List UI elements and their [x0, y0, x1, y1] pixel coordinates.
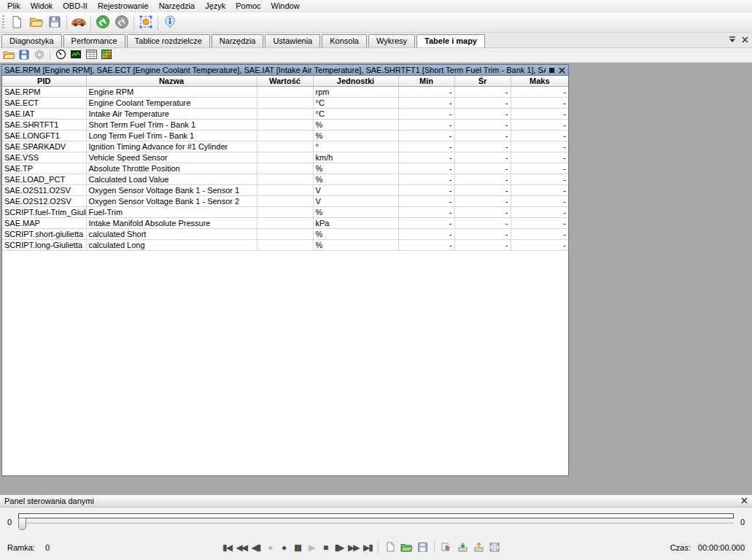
table-row-Absolute Throttle Position[interactable]: SAE.TP Absolute Throttle Position % - - … — [2, 163, 568, 174]
table-row-Long Term Fuel Trim - Bank 1[interactable]: SAE.LONGFT1 Long Term Fuel Trim - Bank 1… — [2, 130, 568, 141]
toolbar-grip[interactable] — [2, 15, 4, 30]
graph-view-button[interactable] — [69, 49, 83, 62]
table-row-Intake Manifold Absolute Pressure[interactable]: SAE.MAP Intake Manifold Absolute Pressur… — [2, 217, 568, 228]
table-row-Vehicle Speed Sensor[interactable]: SAE.VSS Vehicle Speed Sensor km/h - - - — [2, 152, 568, 163]
map-view-button[interactable] — [99, 49, 114, 62]
table-row-Short Term Fuel Trim - Bank 1[interactable]: SAE.SHRTFT1 Short Term Fuel Trim - Bank … — [2, 119, 568, 130]
playback-pause[interactable]: ▮▮ — [291, 541, 303, 554]
playback-stop[interactable]: ■ — [319, 541, 331, 554]
column-header-maks[interactable]: Maks — [511, 76, 568, 86]
cell-max: - — [511, 195, 568, 206]
playback-rewind[interactable]: ◀◀ — [235, 541, 248, 554]
vehicle-settings-button[interactable] — [69, 14, 88, 31]
table-row-calculated Short[interactable]: SCRIPT.short-giulietta calculated Short … — [2, 228, 568, 239]
column-header-warto[interactable]: Wartość — [257, 76, 313, 86]
disconnect-button[interactable] — [112, 14, 131, 31]
panel-close-icon[interactable] — [741, 497, 748, 505]
window-close-icon[interactable] — [557, 66, 566, 74]
save-log-button[interactable] — [415, 541, 430, 554]
table-row-Intake Air Temperature[interactable]: SAE.IAT Intake Air Temperature °C - - - — [2, 108, 568, 119]
table-row-Calculated Load Value[interactable]: SAE.LOAD_PCT Calculated Load Value % - -… — [2, 174, 568, 184]
cell-avg: - — [454, 174, 511, 184]
tab-list-dropdown-icon[interactable] — [729, 36, 736, 44]
timeline-end-value: 0 — [739, 518, 746, 526]
menu-item-rejestrowanie[interactable]: Rejestrowanie — [93, 1, 154, 12]
menu-item-obd-ii[interactable]: OBD-II — [58, 1, 93, 12]
cell-name: Short Term Fuel Trim - Bank 1 — [86, 119, 257, 130]
tab-wykresy[interactable]: Wykresy — [368, 34, 415, 47]
open-log-button[interactable] — [399, 541, 414, 554]
gauge-view-button[interactable] — [53, 49, 68, 62]
info-button[interactable] — [160, 14, 179, 31]
annotate-button[interactable] — [439, 541, 454, 554]
table-row-Fuel-Trim[interactable]: SCRIPT.fuel-Trim_Giulietta Fuel-Trim % -… — [2, 206, 568, 217]
time-value: 00:00:00.000 — [698, 543, 745, 552]
playback-play[interactable]: ▶ — [305, 541, 317, 554]
window-titlebar[interactable]: SAE.RPM [Engine RPM], SAE.ECT [Engine Co… — [2, 65, 568, 76]
menu-item-pomoc[interactable]: Pomoc — [230, 1, 265, 12]
tab-tablice-rozdzielcze[interactable]: Tablice rozdzielcze — [127, 34, 210, 47]
tab-close-icon[interactable] — [742, 36, 748, 44]
cell-pid: SAE.RPM — [2, 86, 86, 97]
column-header-nazwa[interactable]: Nazwa — [86, 76, 257, 86]
cell-max: - — [511, 228, 568, 239]
playback-skip-start[interactable]: ▮◀ — [221, 541, 233, 554]
playback-fast-forward[interactable]: ▶▶ — [346, 541, 360, 554]
timeline-slider-thumb[interactable] — [18, 518, 26, 530]
open-file-button[interactable] — [26, 14, 45, 31]
cell-min: - — [398, 97, 454, 108]
import-arrow-icon — [458, 542, 468, 553]
cell-max: - — [511, 239, 568, 250]
table-row-Oxygen Sensor Voltage Bank 1 - Sensor 2[interactable]: SAE.O2S12.O2SV Oxygen Sensor Voltage Ban… — [2, 195, 568, 206]
table-row-Engine RPM[interactable]: SAE.RPM Engine RPM rpm - - - — [2, 86, 568, 97]
tab-narzedzia[interactable]: Narzędzia — [212, 34, 264, 47]
menu-item-narz-dzia[interactable]: Narzędzia — [154, 1, 201, 12]
table-row-Engine Coolant Temperature[interactable]: SAE.ECT Engine Coolant Temperature °C - … — [2, 97, 568, 108]
window-restore-icon[interactable] — [547, 66, 556, 74]
open-view-button[interactable] — [1, 49, 16, 62]
cell-name: Long Term Fuel Trim - Bank 1 — [86, 130, 257, 141]
column-header-r[interactable]: Śr — [454, 76, 511, 86]
tab-ustawienia[interactable]: Ustawienia — [265, 34, 320, 47]
menu-item-widok[interactable]: Widok — [26, 1, 58, 12]
new-file-button[interactable] — [7, 14, 26, 31]
menu-item-window[interactable]: Window — [266, 1, 305, 12]
cell-max: - — [511, 141, 568, 152]
tab-diagnostyka[interactable]: Diagnostyka — [1, 34, 62, 47]
table-view-button[interactable] — [84, 49, 98, 62]
snapshot-grid-button[interactable] — [487, 541, 502, 554]
save-view-button[interactable] — [17, 49, 31, 62]
column-header-min[interactable]: Min — [398, 76, 454, 86]
timeline-slider[interactable] — [18, 513, 734, 532]
cell-value — [257, 206, 313, 217]
menu-item-j-zyk[interactable]: Język — [200, 1, 230, 12]
playback-skip-end[interactable]: ▶▮ — [361, 541, 373, 554]
playback-record-standby[interactable]: ● — [263, 541, 276, 554]
cell-pid: SAE.TP — [2, 163, 86, 174]
export-icon — [34, 50, 44, 61]
import-data-button[interactable] — [455, 541, 470, 554]
column-header-jednostki[interactable]: Jednostki — [313, 76, 398, 86]
cell-value — [257, 195, 313, 206]
cell-pid: SAE.SPARKADV — [2, 141, 86, 152]
cell-units: % — [313, 206, 398, 217]
menu-bar: PlikWidokOBD-IIRejestrowanieNarzędziaJęz… — [0, 0, 752, 12]
protocol-select-button[interactable] — [136, 14, 155, 31]
table-row-calculated Long[interactable]: SCRIPT.long-Giulietta calculated Long % … — [2, 239, 568, 250]
export-data-button[interactable] — [471, 541, 486, 554]
save-file-button[interactable] — [45, 14, 64, 31]
playback-step-forward[interactable]: ▮▶ — [333, 541, 345, 554]
table-row-Ignition Timing Advance for #1 Cylinder[interactable]: SAE.SPARKADV Ignition Timing Advance for… — [2, 141, 568, 152]
table-row-Oxygen Sensor Voltage Bank 1 - Sensor 1[interactable]: SAE.O2S11.O2SV Oxygen Sensor Voltage Ban… — [2, 184, 568, 195]
menu-item-plik[interactable]: Plik — [2, 1, 26, 12]
playback-step-back[interactable]: ◀▮ — [249, 541, 262, 554]
tab-performance[interactable]: Performance — [63, 34, 125, 47]
car-icon — [71, 16, 87, 29]
tab-tabele-i-mapy[interactable]: Tabele i mapy — [416, 34, 485, 47]
playback-record[interactable]: ● — [277, 541, 290, 554]
export-view-button[interactable] — [32, 49, 47, 62]
new-log-button[interactable] — [383, 541, 398, 554]
column-header-pid[interactable]: PID — [2, 76, 86, 86]
tab-konsola[interactable]: Konsola — [322, 34, 367, 47]
connect-button[interactable] — [93, 14, 112, 31]
